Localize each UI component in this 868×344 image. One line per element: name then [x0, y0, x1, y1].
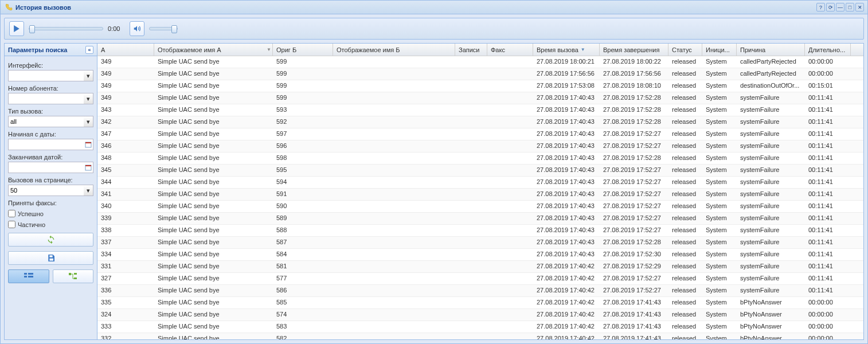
table-row[interactable]: 332Simple UAC send bye58227.08.2019 17:4…	[97, 333, 863, 339]
table-row[interactable]: 349Simple UAC send bye59927.08.2019 17:5…	[97, 80, 863, 92]
calltype-dropdown-trigger[interactable]: ▾	[84, 116, 93, 127]
volume-slider[interactable]	[149, 27, 178, 30]
table-row[interactable]: 345Simple UAC send bye59527.08.2019 17:4…	[97, 165, 863, 177]
cell: 599	[273, 56, 333, 68]
table-row[interactable]: 340Simple UAC send bye59027.08.2019 17:4…	[97, 201, 863, 213]
cell: Simple UAC send bye	[154, 249, 273, 260]
interface-dropdown-trigger[interactable]: ▾	[84, 70, 93, 81]
table-row[interactable]: 335Simple UAC send bye58527.08.2019 17:4…	[97, 297, 863, 309]
table-row[interactable]: 341Simple UAC send bye59127.08.2019 17:4…	[97, 189, 863, 201]
table-row[interactable]: 339Simple UAC send bye58927.08.2019 17:4…	[97, 213, 863, 225]
table-row[interactable]: 336Simple UAC send bye58627.08.2019 17:4…	[97, 285, 863, 297]
cell	[455, 153, 487, 164]
table-row[interactable]: 346Simple UAC send bye59627.08.2019 17:4…	[97, 140, 863, 153]
cell	[487, 177, 533, 188]
cell: released	[668, 261, 702, 272]
minimize-button[interactable]: —	[836, 3, 844, 11]
cell: 347	[97, 128, 154, 140]
table-row[interactable]: 349Simple UAC send bye59927.08.2019 17:5…	[97, 68, 863, 80]
col-reason[interactable]: Причина	[737, 44, 805, 56]
cell: Simple UAC send bye	[154, 68, 273, 80]
chevron-down-icon[interactable]: ▼	[267, 47, 271, 52]
collapse-icon[interactable]: «	[85, 46, 93, 54]
play-button[interactable]	[9, 21, 24, 36]
to-date-input[interactable]	[8, 162, 93, 173]
refresh-button[interactable]: ⟳	[826, 3, 835, 11]
perpage-input[interactable]	[8, 185, 93, 196]
col-initiator[interactable]: Иници...	[702, 44, 737, 56]
cell: Simple UAC send bye	[154, 56, 273, 68]
cell: 590	[273, 201, 333, 212]
table-row[interactable]: 343Simple UAC send bye59327.08.2019 17:4…	[97, 104, 863, 116]
col-end-time[interactable]: Время завершения	[600, 44, 668, 56]
table-row[interactable]: 349Simple UAC send bye59927.08.2019 18:0…	[97, 56, 863, 68]
close-button[interactable]: ✕	[855, 3, 864, 11]
table-row[interactable]: 342Simple UAC send bye59227.08.2019 17:4…	[97, 116, 863, 128]
cell: Simple UAC send bye	[154, 128, 273, 140]
cell: 27.08.2019 17:52:27	[600, 213, 668, 224]
table-row[interactable]: 337Simple UAC send bye58727.08.2019 17:4…	[97, 237, 863, 249]
col-status[interactable]: Статус	[668, 44, 702, 56]
cell: Simple UAC send bye	[154, 165, 273, 176]
table-row[interactable]: 347Simple UAC send bye59727.08.2019 17:4…	[97, 128, 863, 140]
cell: released	[668, 116, 702, 128]
table-row[interactable]: 327Simple UAC send bye57727.08.2019 17:4…	[97, 273, 863, 285]
cell: 340	[97, 201, 154, 212]
save-button[interactable]	[8, 251, 93, 265]
table-row[interactable]: 333Simple UAC send bye58327.08.2019 17:4…	[97, 321, 863, 333]
table-row[interactable]: 349Simple UAC send bye59927.08.2019 17:4…	[97, 92, 863, 104]
cell	[455, 68, 487, 80]
col-records[interactable]: Записи	[455, 44, 487, 56]
seek-slider[interactable]	[29, 27, 103, 30]
subscriber-input[interactable]	[8, 93, 93, 104]
refresh-search-button[interactable]	[8, 233, 93, 247]
cell: released	[668, 321, 702, 333]
view-list-button[interactable]	[8, 269, 49, 283]
view-tree-button[interactable]	[53, 269, 94, 283]
table-row[interactable]: 334Simple UAC send bye58427.08.2019 17:4…	[97, 249, 863, 261]
volume-button[interactable]	[130, 21, 144, 36]
partial-checkbox[interactable]	[8, 221, 15, 228]
interface-input[interactable]	[8, 70, 93, 81]
help-button[interactable]: ?	[816, 3, 825, 11]
cell: systemFailure	[737, 285, 805, 296]
cell: released	[668, 201, 702, 212]
col-fax[interactable]: Факс	[487, 44, 533, 56]
cell: 00:11:41	[805, 104, 851, 116]
table-row[interactable]: 344Simple UAC send bye59427.08.2019 17:4…	[97, 177, 863, 189]
to-date-picker-trigger[interactable]	[84, 162, 93, 173]
cell: Simple UAC send bye	[154, 237, 273, 248]
subscriber-dropdown-trigger[interactable]: ▾	[84, 93, 93, 104]
cell: System	[702, 80, 737, 92]
col-name-b[interactable]: Отображаемое имя Б	[333, 44, 455, 56]
cell: 27.08.2019 17:56:56	[600, 68, 668, 80]
table-row[interactable]: 338Simple UAC send bye58827.08.2019 17:4…	[97, 225, 863, 237]
cell	[487, 261, 533, 272]
cell: 27.08.2019 17:41:43	[600, 333, 668, 339]
cell	[455, 309, 487, 320]
perpage-dropdown-trigger[interactable]: ▾	[84, 185, 93, 196]
maximize-button[interactable]: □	[846, 3, 854, 11]
from-date-picker-trigger[interactable]	[84, 139, 93, 150]
cell: 00:11:41	[805, 201, 851, 212]
col-duration[interactable]: Длительно...	[805, 44, 851, 56]
cell: 00:11:41	[805, 261, 851, 272]
table-row[interactable]: 331Simple UAC send bye58127.08.2019 17:4…	[97, 261, 863, 273]
success-checkbox[interactable]	[8, 210, 15, 217]
col-a[interactable]: А	[97, 44, 154, 56]
volume-thumb[interactable]	[171, 25, 177, 33]
calltype-input[interactable]	[8, 116, 93, 127]
seek-thumb[interactable]	[29, 25, 35, 33]
cell	[333, 225, 455, 236]
from-date-input[interactable]	[8, 139, 93, 150]
cell: System	[702, 104, 737, 116]
cell: 586	[273, 285, 333, 296]
table-row[interactable]: 348Simple UAC send bye59827.08.2019 17:4…	[97, 153, 863, 165]
col-name-a[interactable]: Отображаемое имя А▼	[154, 44, 273, 56]
col-orig-b[interactable]: Ориг Б	[273, 44, 333, 56]
table-row[interactable]: 324Simple UAC send bye57427.08.2019 17:4…	[97, 309, 863, 321]
cell: 593	[273, 104, 333, 116]
grid-body[interactable]: 349Simple UAC send bye59927.08.2019 18:0…	[97, 56, 863, 339]
col-call-time[interactable]: Время вызова▼	[533, 44, 600, 56]
cell: 599	[273, 80, 333, 92]
